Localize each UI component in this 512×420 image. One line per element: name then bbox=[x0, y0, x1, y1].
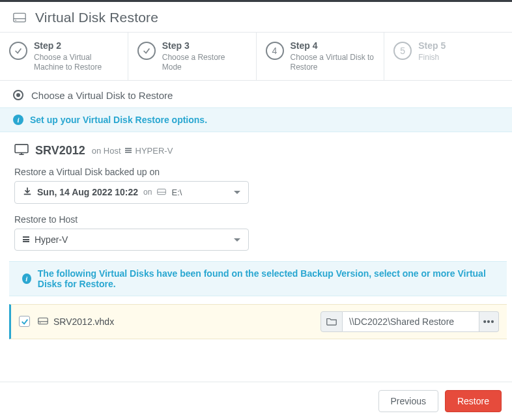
on-host-label: on Host bbox=[92, 146, 121, 156]
disk-row[interactable]: SRV2012.vhdx ••• bbox=[9, 304, 507, 339]
info-banner-text: Set up your Virtual Disk Restore options… bbox=[30, 115, 207, 125]
info-banner-text: The following Virtual Disks have been fo… bbox=[38, 268, 494, 289]
restore-path-input[interactable] bbox=[343, 311, 479, 332]
monitor-icon bbox=[14, 144, 29, 158]
step-title: Step 5 bbox=[418, 40, 446, 51]
section-heading: Choose a Virtual Disk to Restore bbox=[0, 81, 512, 107]
vm-host-line: SRV2012 on Host HYPER-V bbox=[0, 132, 512, 160]
backup-target-value: E:\ bbox=[171, 188, 182, 197]
info-icon: i bbox=[13, 115, 23, 125]
backup-date-value: Sun, 14 Aug 2022 10:22 bbox=[37, 187, 138, 197]
list-icon bbox=[125, 148, 132, 153]
browse-button[interactable]: ••• bbox=[479, 311, 499, 332]
wizard-steps: Step 2 Choose a Virtual Machine to Resto… bbox=[0, 32, 512, 81]
step-title: Step 2 bbox=[34, 40, 119, 51]
step-title: Step 3 bbox=[162, 40, 247, 51]
disk-drive-icon bbox=[13, 12, 26, 23]
disk-filename: SRV2012.vhdx bbox=[53, 316, 114, 327]
check-icon bbox=[9, 42, 27, 60]
restore-button[interactable]: Restore bbox=[445, 390, 502, 412]
host-select-value: Hyper-V bbox=[35, 234, 68, 245]
restore-path-group: ••• bbox=[320, 311, 499, 332]
list-icon bbox=[23, 236, 29, 242]
wizard-footer: Previous Restore bbox=[0, 382, 512, 420]
step-desc: Choose a Virtual Machine to Restore bbox=[34, 53, 119, 72]
target-icon bbox=[13, 90, 23, 100]
backup-on-label: on bbox=[143, 188, 152, 197]
check-icon bbox=[137, 42, 156, 60]
step-number-icon: 4 bbox=[266, 42, 284, 60]
step-5: 5 Step 5 Finish bbox=[384, 33, 512, 80]
section-heading-text: Choose a Virtual Disk to Restore bbox=[31, 90, 173, 101]
page-title: Virtual Disk Restore bbox=[35, 10, 158, 25]
svg-point-2 bbox=[15, 20, 16, 21]
svg-rect-7 bbox=[158, 189, 166, 195]
step-desc: Finish bbox=[418, 53, 446, 63]
step-desc: Choose a Virtual Disk to Restore bbox=[291, 53, 375, 72]
host-select-label: Restore to Host bbox=[14, 214, 498, 225]
backup-date-label: Restore a Virtual Disk backed up on bbox=[14, 167, 498, 177]
vm-name: SRV2012 bbox=[35, 144, 85, 158]
disk-icon bbox=[38, 316, 48, 327]
host-name: HYPER-V bbox=[135, 146, 173, 156]
step-2[interactable]: Step 2 Choose a Virtual Machine to Resto… bbox=[0, 33, 128, 80]
step-3[interactable]: Step 3 Choose a Restore Mode bbox=[128, 33, 257, 80]
backup-date-select[interactable]: Sun, 14 Aug 2022 10:22 on E:\ bbox=[14, 181, 249, 204]
info-icon: i bbox=[22, 273, 31, 284]
step-title: Step 4 bbox=[291, 40, 375, 51]
info-banner-disks: i The following Virtual Disks have been … bbox=[9, 261, 507, 296]
download-icon bbox=[23, 187, 32, 198]
step-number-icon: 5 bbox=[393, 42, 412, 60]
step-4[interactable]: 4 Step 4 Choose a Virtual Disk to Restor… bbox=[257, 33, 385, 80]
disk-icon bbox=[157, 187, 166, 197]
svg-rect-3 bbox=[15, 145, 28, 153]
disk-checkbox[interactable] bbox=[19, 316, 30, 327]
page-header: Virtual Disk Restore bbox=[0, 2, 512, 32]
step-desc: Choose a Restore Mode bbox=[162, 53, 247, 72]
svg-point-11 bbox=[40, 322, 40, 323]
host-select[interactable]: Hyper-V bbox=[14, 229, 249, 251]
folder-icon[interactable] bbox=[320, 311, 343, 332]
svg-rect-9 bbox=[38, 318, 48, 324]
info-banner-options: i Set up your Virtual Disk Restore optio… bbox=[0, 107, 512, 132]
previous-button[interactable]: Previous bbox=[378, 390, 438, 412]
